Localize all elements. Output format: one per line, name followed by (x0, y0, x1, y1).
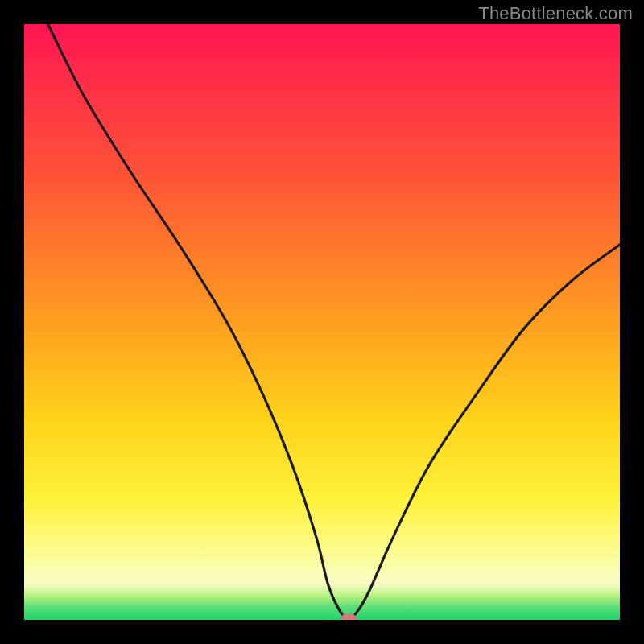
watermark-text: TheBottleneck.com (478, 3, 633, 24)
chart-frame: TheBottleneck.com (0, 0, 644, 644)
curve-svg (24, 24, 620, 620)
optimal-point-marker (341, 613, 357, 620)
bottleneck-curve-path (48, 24, 620, 619)
plot-area (24, 24, 620, 620)
